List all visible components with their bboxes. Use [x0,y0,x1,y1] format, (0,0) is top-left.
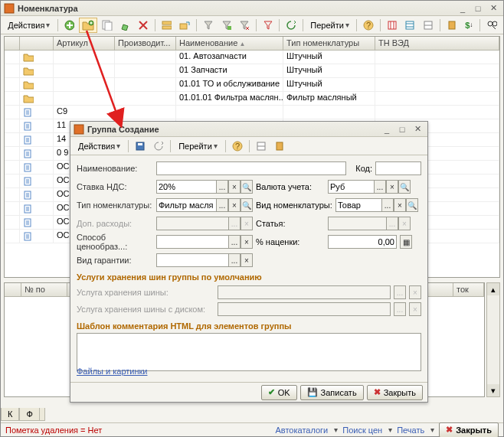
dialog-help-icon[interactable]: ? [229,139,246,154]
dialog-tool2-icon[interactable] [271,139,288,154]
warranty-clear-button[interactable]: × [241,253,253,267]
hierarchy-button[interactable] [159,18,175,33]
move-button[interactable] [176,18,193,33]
markup-label: % наценки: [256,237,325,246]
article-select-button: ... [386,217,398,230]
currency-search-button[interactable]: 🔍 [398,180,411,194]
article-input [328,217,386,230]
grid-header-article[interactable]: Артикул [54,37,115,50]
add-button[interactable] [61,18,78,33]
tab-k[interactable]: К [1,408,19,421]
goto-menu[interactable]: Перейти▾ [306,18,353,33]
dialog-goto-menu[interactable]: Перейти▾ [174,139,222,154]
find-button[interactable] [483,18,500,33]
save-button[interactable]: 💾Записать [300,385,364,400]
vat-clear-button[interactable]: × [228,180,241,194]
help-button[interactable]: ? [360,18,377,33]
scroll-up-button[interactable]: ▴ [487,283,499,295]
vat-search-button[interactable]: 🔍 [241,180,253,194]
tool-a-button[interactable] [384,18,401,33]
vat-select-button[interactable]: ... [216,180,228,194]
status-link-print[interactable]: Печать [397,426,424,435]
dialog-refresh-icon[interactable] [150,139,167,154]
grid-header-name[interactable]: Наименование [176,37,283,50]
files-link[interactable]: Файлы и картинки [77,367,147,376]
grid-header-producer[interactable]: Производит... [115,37,176,50]
tool-e-button[interactable]: $↓ [461,18,476,33]
table-row[interactable]: 01.01 ТО и обслуживаниеШтучный [5,78,499,92]
filter2-button[interactable] [218,18,235,33]
kind-select-button[interactable]: ... [381,198,394,212]
lower-header-num[interactable]: № по [21,283,67,296]
type-search-button[interactable]: 🔍 [241,198,253,212]
currency-input[interactable] [328,180,374,194]
status-link-prices[interactable]: Поиск цен [342,426,382,435]
svc1-clear-button: × [409,285,421,299]
lower-header-blank[interactable] [5,283,21,296]
markup-calc-button[interactable]: ▦ [400,235,412,249]
dialog-tool1-icon[interactable] [253,139,270,154]
group-create-dialog: Группа Создание _ □ ✕ Действия▾ Перейти▾… [70,121,428,403]
mark-delete-button[interactable] [135,18,152,33]
refresh-button[interactable] [283,18,299,33]
pricing-input[interactable] [156,235,228,249]
minimize-button[interactable]: _ [456,2,470,15]
dialog-close-window-button[interactable]: ✕ [411,123,424,135]
code-input[interactable] [375,161,421,175]
section-tires: Услуги хранения шин группы по умолчанию [77,272,421,282]
dialog-maximize-button[interactable]: □ [395,123,409,135]
dialog-close-button[interactable]: ✖Закрыть [367,385,423,400]
template-textarea[interactable] [77,333,421,371]
extra-clear-button: × [241,217,253,230]
table-row[interactable]: 01 ЗапчастиШтучный [5,64,499,78]
maximize-button[interactable]: □ [471,2,485,15]
type-clear-button[interactable]: × [228,198,241,212]
grid-header-blank1[interactable] [5,37,20,50]
edit-button[interactable] [117,18,134,33]
tool-b-button[interactable] [401,18,418,33]
type-input[interactable] [156,198,216,212]
lower-header-right[interactable]: ток [453,283,484,296]
svg-rect-12 [406,21,414,29]
ok-button[interactable]: ✔OK [261,385,297,400]
grid-header-blank2[interactable] [20,37,54,50]
filter1-button[interactable] [200,18,217,33]
table-row[interactable]: 01. АвтозапчастиШтучный [5,51,499,64]
add-folder-button[interactable] [79,18,97,33]
grid-header-type[interactable]: Тип номенклатуры [283,37,375,50]
currency-select-button[interactable]: ... [374,180,386,194]
vat-input[interactable] [156,180,216,194]
actions-menu[interactable]: Действия▾ [4,18,54,33]
currency-clear-button[interactable]: × [386,180,398,194]
name-input[interactable] [156,161,346,175]
type-select-button[interactable]: ... [216,198,228,212]
svg-rect-7 [180,24,187,29]
warranty-input[interactable] [156,253,228,267]
table-row[interactable]: 01.01.01 Фильтра маслян...Фильтр масляны… [5,92,499,106]
markup-input[interactable] [328,235,397,249]
table-row[interactable]: C9 [5,106,499,119]
pricing-select-button[interactable]: ... [228,235,241,249]
filter3-button[interactable] [236,18,253,33]
tool-c-button[interactable] [420,18,437,33]
filter-clear-button[interactable] [260,18,277,33]
copy-button[interactable] [99,18,116,33]
tool-d-button[interactable] [443,18,460,33]
pricing-clear-button[interactable]: × [241,235,253,249]
tab-f[interactable]: Ф [19,408,39,421]
dialog-minimize-button[interactable]: _ [380,123,394,135]
dialog-actions-menu[interactable]: Действия▾ [74,139,125,154]
scroll-down-button[interactable]: ▾ [487,384,499,396]
kind-search-button[interactable]: 🔍 [406,198,418,212]
kind-clear-button[interactable]: × [394,198,406,212]
main-titlebar: Номенклатура _ □ ✕ [1,1,503,16]
side-scrollbar[interactable]: ▴ ▾ [486,282,500,397]
kind-input[interactable] [335,198,381,212]
dialog-save-icon[interactable] [132,139,149,154]
grid-header-tnved[interactable]: ТН ВЭД [375,37,499,50]
main-close-button[interactable]: ✖Закрыть [439,422,499,438]
close-window-button[interactable]: ✕ [486,2,500,15]
warranty-select-button[interactable]: ... [228,253,241,267]
dialog-titlebar: Группа Создание _ □ ✕ [70,122,427,137]
status-link-catalog[interactable]: Автокаталоги [276,426,329,435]
